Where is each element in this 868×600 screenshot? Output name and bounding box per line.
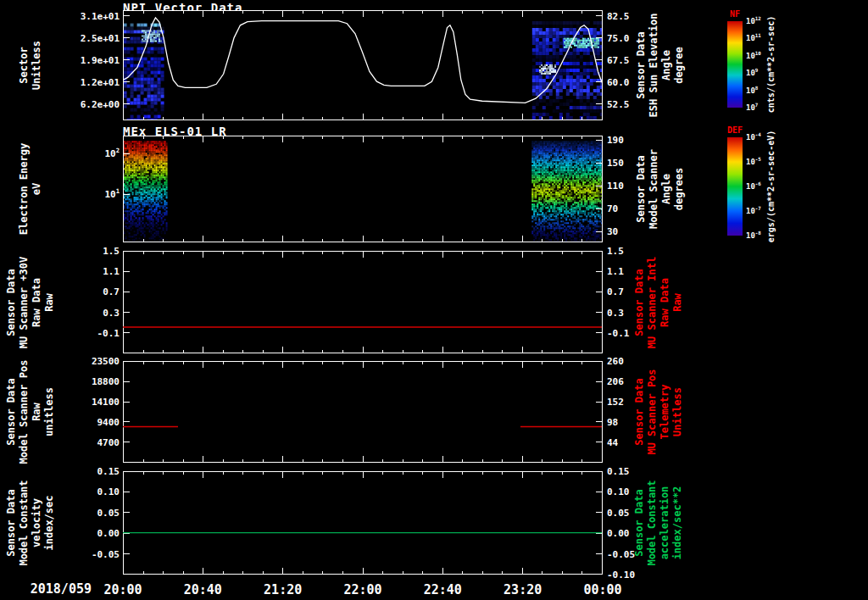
panel-model-constant <box>123 471 603 575</box>
y-tick-label: 101 <box>104 189 120 200</box>
nf-colorbar <box>727 21 743 108</box>
x-tick-label: 22:00 <box>343 582 381 597</box>
panel-els-spectrogram <box>123 136 603 242</box>
colorbar-tick-label: 1011 <box>746 34 761 42</box>
panel-mu-scanner-raw <box>123 251 603 353</box>
y-tick-label: 3.1e+01 <box>81 10 120 21</box>
y-tick-label: 0.10 <box>607 486 630 497</box>
colorbar-tick-label: 1010 <box>746 52 761 60</box>
scanner-pos-canvas <box>123 361 603 463</box>
left-axis-label-sector: Sector Unitless <box>18 41 43 90</box>
panel-npi-vector <box>123 10 603 120</box>
colorbar-tick-label: 10-6 <box>746 182 761 191</box>
els-plot-canvas <box>123 136 603 242</box>
x-tick-label: 20:40 <box>184 582 222 597</box>
y-tick-label: -0.05 <box>607 548 635 559</box>
colorbar-tick-label: 108 <box>746 86 758 95</box>
y-tick-label: 1.1 <box>103 266 120 277</box>
y-tick-label: 0.05 <box>97 507 120 518</box>
y-tick-label: 1.9e+01 <box>81 54 120 65</box>
colorbar-tick-label: 1012 <box>746 17 761 25</box>
y-tick-label: 0.00 <box>607 528 630 539</box>
plot-screen: NPI Vector Data MEx ELS-01 LR Sector Uni… <box>0 0 868 600</box>
x-tick-label: 22:40 <box>424 582 462 597</box>
y-tick-label: 190 <box>607 135 624 146</box>
x-tick-label: 00:00 <box>583 582 621 597</box>
x-tick-label: 21:20 <box>264 582 302 597</box>
left-axis-label-mu-scanner: Sensor Data MU Scanner +30V Raw Data Raw <box>5 257 56 348</box>
y-tick-label: 6.2e+00 <box>81 98 120 109</box>
y-tick-label: 98 <box>607 417 618 428</box>
right-axis-label-scanner-pos-telemetry: Sensor Data MU Scanner Pos Telemetry Uni… <box>633 369 684 454</box>
mu-scanner-canvas <box>123 251 603 353</box>
nf-colorbar-title: NF <box>726 9 743 19</box>
y-tick-label: -0.1 <box>607 327 630 338</box>
y-tick-label: 0.05 <box>607 507 630 518</box>
y-tick-label: 1.2e+01 <box>81 76 120 87</box>
y-tick-label: 0.7 <box>103 286 120 297</box>
y-tick-label: 60.0 <box>607 76 630 87</box>
y-tick-label: 75.0 <box>607 32 630 43</box>
right-axis-label-sun-elevation: Sensor Data ESH Sun Elevation Angle degr… <box>635 14 686 118</box>
y-tick-label: 1.1 <box>607 266 624 277</box>
x-tick-label: 23:20 <box>504 582 542 597</box>
y-tick-label: 67.5 <box>607 54 630 65</box>
panel-scanner-pos <box>123 361 603 463</box>
y-tick-label: 0.00 <box>97 528 120 539</box>
right-axis-label-scanner-angle: Sensor Data Model Scanner Angle degrees <box>635 149 686 229</box>
nf-colorbar-unit: cnts/(cm**2-sr-sec) <box>766 16 776 113</box>
y-tick-label: 1.5 <box>607 246 624 257</box>
y-tick-label: 0.7 <box>607 286 624 297</box>
y-tick-label: 18800 <box>92 376 120 387</box>
y-tick-label: 9400 <box>97 417 120 428</box>
y-tick-label: -0.05 <box>92 548 120 559</box>
y-tick-label: 0.3 <box>607 307 624 318</box>
y-tick-label: 30 <box>607 226 618 237</box>
colorbar-tick-label: 109 <box>746 69 758 77</box>
x-tick-label: 20:00 <box>103 582 142 597</box>
y-tick-label: 0.10 <box>97 486 120 497</box>
y-tick-label: 0.15 <box>607 466 630 477</box>
y-tick-label: 23500 <box>92 356 120 367</box>
y-tick-label: 4700 <box>97 437 120 448</box>
y-tick-label: 102 <box>104 148 120 159</box>
y-tick-label: 52.5 <box>607 98 630 109</box>
def-colorbar-title: DEF <box>726 125 743 135</box>
y-tick-label: 70 <box>607 203 618 214</box>
y-tick-label: 1.5 <box>103 246 120 257</box>
model-constant-canvas <box>123 471 603 575</box>
colorbar-tick-label: 10-4 <box>746 133 761 142</box>
left-axis-label-scanner-pos: Sensor Data Model Scanner Pos Raw unitle… <box>5 360 56 464</box>
y-tick-label: 110 <box>607 181 624 192</box>
def-colorbar-unit: ergs/(cm**2-sr-sec-eV) <box>766 131 776 242</box>
y-tick-label: -0.10 <box>607 569 635 581</box>
y-tick-label: 260 <box>607 356 624 367</box>
colorbar-tick-label: 10-5 <box>746 158 761 166</box>
def-colorbar <box>727 137 743 236</box>
npi-plot-canvas <box>123 10 603 120</box>
y-tick-label: 152 <box>607 397 624 408</box>
y-tick-label: 206 <box>607 376 624 387</box>
x-axis-date-label: 2018/059 <box>31 581 92 597</box>
left-axis-label-model-constant: Sensor Data Model Constant velocity inde… <box>5 480 56 565</box>
colorbar-tick-label: 10-7 <box>746 207 761 215</box>
right-axis-label-model-acceleration: Sensor Data Model Constant acceleration … <box>633 480 684 565</box>
left-axis-label-electron-energy: Electron Energy eV <box>18 143 43 235</box>
y-tick-label: 82.5 <box>607 10 630 21</box>
y-tick-label: 0.3 <box>103 307 120 318</box>
y-tick-label: 14100 <box>92 397 120 408</box>
y-tick-label: -0.1 <box>97 327 120 338</box>
y-tick-label: 0.15 <box>97 466 120 477</box>
colorbar-tick-label: 107 <box>746 103 758 112</box>
colorbar-tick-label: 10-8 <box>746 231 761 240</box>
y-tick-label: 44 <box>607 437 618 448</box>
right-axis-label-mu-scanner-intl: Sensor Data MU Scanner Intl Raw Data Raw <box>633 257 684 348</box>
y-tick-label: 150 <box>607 158 624 169</box>
y-tick-label: 2.5e+01 <box>81 32 120 43</box>
